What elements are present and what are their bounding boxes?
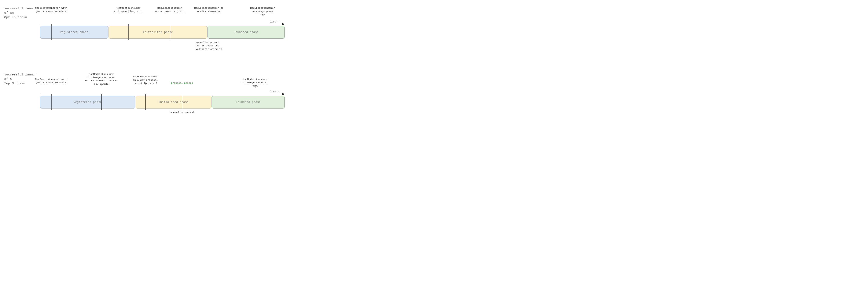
below-row-1: spawnTime passedand at least onevalidato… <box>40 38 285 56</box>
tick-2 <box>128 24 129 40</box>
phases-row-1: Registered phase Initialized phase Launc… <box>40 26 285 38</box>
annotation-1-2: MsgUpdateConsumerwith spawnTime, etc. <box>114 6 143 13</box>
annotation-line <box>101 83 101 86</box>
phase-initialized-1: Initialized phase <box>108 26 207 38</box>
annotation-2-1: MsgCreateConsumer withjust ConsumerMetad… <box>35 78 67 84</box>
annotation-line <box>262 14 263 16</box>
annotation-2-3: MsgUpdateConsumerin a gov proposalto set… <box>133 75 158 85</box>
annotations-top-1: MsgCreateConsumer withjust ConsumerMetad… <box>40 6 285 22</box>
tick-2-2 <box>101 94 102 110</box>
tick-4 <box>209 24 209 40</box>
annotation-1-3: MsgUpdateConsumerto set power cap, etc. <box>154 6 186 13</box>
tick-2-1 <box>51 94 52 110</box>
tick-1 <box>51 24 52 40</box>
phase-registered-1: Registered phase <box>40 26 108 38</box>
annotation-1-5: MsgUpdateConsumerto change power cap <box>250 6 275 16</box>
section-label-2: successful launch of aTop N chain <box>4 73 38 86</box>
phases-row-2: Registered phase Initialized phase Launc… <box>40 96 285 109</box>
annotation-line <box>169 10 170 13</box>
below-annotation-1: spawnTime passedand at least onevalidato… <box>196 38 222 51</box>
annotation-line <box>209 10 209 13</box>
diagram-top-n: successful launch of aTop N chain MsgCre… <box>4 71 285 128</box>
annotation-line <box>145 82 146 85</box>
annotation-line <box>182 82 182 85</box>
tick-3 <box>170 24 170 40</box>
annotation-2-4-green: proposal passes <box>171 81 193 85</box>
annotation-line <box>51 10 52 13</box>
diagram-area-1: MsgCreateConsumer withjust ConsumerMetad… <box>40 6 285 56</box>
section-divider <box>4 62 285 68</box>
timeline-line-2: time → <box>40 94 282 94</box>
annotation-line <box>128 10 128 13</box>
annotation-2-2: MsgUpdateConsumerto change the ownerof t… <box>85 73 117 86</box>
timeline-arrow-2 <box>282 93 285 96</box>
time-label-1: time → <box>270 20 279 23</box>
annotation-line <box>255 85 256 87</box>
phase-initialized-2: Initialized phase <box>135 96 212 109</box>
timeline-arrow <box>282 23 285 25</box>
annotations-top-2: MsgCreateConsumer withjust ConsumerMetad… <box>40 73 285 91</box>
annotation-2-5: MsgUpdateConsumerto change denylist, etc… <box>241 78 270 87</box>
timeline-line: time → <box>40 24 282 24</box>
phase-registered-2: Registered phase <box>40 96 135 109</box>
annotation-line <box>51 82 52 84</box>
below-annotation-text-2: spawnTime passed <box>170 111 193 114</box>
main-diagram: successful launch of anOpt In chain MsgC… <box>4 4 285 128</box>
timeline-row-1: time → <box>40 22 285 26</box>
timeline-phases-2: time → Registered phase Initialized phas… <box>40 92 285 109</box>
annotation-1-1: MsgCreateConsumer withjust ConsumerMetad… <box>35 6 67 13</box>
tick-2-4 <box>182 94 182 110</box>
diagram-area-2: MsgCreateConsumer withjust ConsumerMetad… <box>40 73 285 121</box>
time-label-2: time → <box>270 90 279 93</box>
timeline-phases-1: time → Registered phase Initialized phas… <box>40 22 285 38</box>
section-label-1: successful launch of anOpt In chain <box>4 6 38 20</box>
annotation-1-4: MsgUpdateConsumer tomodify spawnTime <box>194 6 223 13</box>
tick-2-3 <box>145 94 146 110</box>
timeline-row-2: time → <box>40 92 285 96</box>
phase-launched-2: Launched phase <box>212 96 285 109</box>
diagram-opt-in: successful launch of anOpt In chain MsgC… <box>4 4 285 62</box>
below-annotation-text: spawnTime passedand at least onevalidato… <box>196 41 222 51</box>
below-row-2: spawnTime passed <box>40 109 285 121</box>
phase-launched-1: Launched phase <box>208 26 285 38</box>
